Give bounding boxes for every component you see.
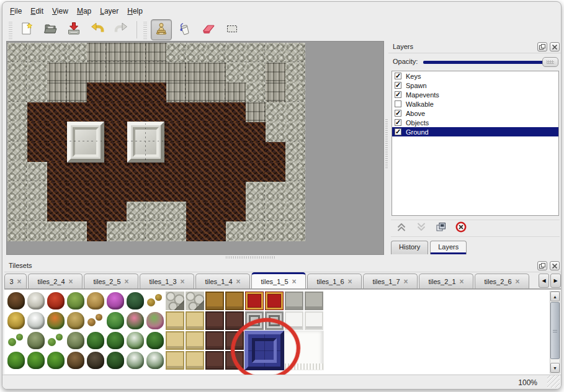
map-tile-floor[interactable]: [47, 202, 67, 221]
map-tile-rock[interactable]: [285, 63, 305, 82]
map-tile-rock[interactable]: [7, 182, 27, 202]
map-tile-cliff[interactable]: [146, 63, 166, 82]
map-tile-floor[interactable]: [67, 202, 87, 221]
map-tile-rock[interactable]: [285, 122, 305, 142]
open-button[interactable]: [40, 19, 61, 40]
map-tile-floor[interactable]: [226, 182, 246, 202]
menu-view[interactable]: View: [51, 6, 74, 17]
tile-hay-mound[interactable]: [6, 311, 26, 331]
tab-scroll-right-button[interactable]: ▶: [550, 274, 561, 288]
map-tile-floor[interactable]: [107, 202, 127, 221]
map-tile-rock[interactable]: [27, 202, 47, 221]
layer-row-spawn[interactable]: ✓Spawn: [392, 81, 558, 90]
map-tile-rock[interactable]: [285, 221, 305, 241]
tile-red-flower-cluster[interactable]: [46, 291, 66, 311]
pillar-tile[interactable]: [127, 122, 164, 163]
map-tile-floor[interactable]: [67, 102, 87, 122]
map-tile-rock[interactable]: [27, 43, 47, 63]
map-tile-cliff[interactable]: [87, 63, 107, 82]
map-tile-rock[interactable]: [226, 221, 246, 241]
map-tile-cliff[interactable]: [246, 102, 266, 122]
map-tile-cliff[interactable]: [127, 43, 146, 63]
map-tile-cliff[interactable]: [47, 82, 67, 102]
map-tile-floor[interactable]: [27, 122, 47, 142]
tileset-tab-tiles_1_7[interactable]: tiles_1_7×: [363, 274, 418, 288]
tile-wood-top[interactable]: [225, 291, 244, 311]
map-tile-floor[interactable]: [146, 182, 166, 202]
tile-white-tile[interactable]: [304, 311, 324, 331]
map-tile-floor[interactable]: [186, 142, 206, 162]
map-tile-rock[interactable]: [27, 82, 47, 102]
map-tile-cliff[interactable]: [107, 63, 127, 82]
tab-close-icon[interactable]: ×: [181, 278, 185, 285]
map-tile-floor[interactable]: [186, 221, 206, 241]
tileset-tab-tiles_2_6[interactable]: tiles_2_6×: [475, 274, 529, 288]
opacity-slider[interactable]: [423, 56, 558, 68]
scroll-down-button[interactable]: ▼: [550, 363, 560, 373]
tile-orange-flowers[interactable]: [46, 311, 66, 331]
map-tile-rock[interactable]: [27, 63, 47, 82]
tileset-tab-tiles_2_5[interactable]: tiles_2_5×: [84, 274, 138, 288]
map-tile-rock[interactable]: [7, 122, 27, 142]
map-tile-cliff[interactable]: [206, 82, 226, 102]
tile-dark-green-tree[interactable]: [105, 350, 125, 370]
tile-dark-furniture[interactable]: [225, 350, 244, 370]
map-tile-rock[interactable]: [166, 202, 186, 221]
map-tile-floor[interactable]: [87, 202, 107, 221]
menu-edit[interactable]: Edit: [29, 6, 50, 17]
tile-pink-flowers[interactable]: [125, 311, 145, 331]
map-tile-rock[interactable]: [27, 221, 47, 241]
map-tile-floor[interactable]: [107, 142, 127, 162]
tile-silver-frame[interactable]: [244, 311, 264, 331]
layer-visibility-checkbox[interactable]: ✓: [395, 110, 401, 117]
tile-dark-furniture[interactable]: [205, 350, 225, 370]
scroll-up-button[interactable]: ▲: [550, 292, 560, 301]
map-tile-floor[interactable]: [206, 102, 226, 122]
map-tile-floor[interactable]: [226, 162, 246, 182]
float-panel-button[interactable]: [537, 42, 547, 51]
toolbar-grip-2[interactable]: [143, 20, 147, 39]
opacity-slider-track[interactable]: [423, 61, 558, 64]
tileset-tab-tiles_1_3[interactable]: tiles_1_3×: [140, 274, 194, 288]
map-tile-rock[interactable]: [285, 102, 305, 122]
map-tile-rock[interactable]: [166, 43, 186, 63]
menu-file[interactable]: File: [9, 6, 28, 17]
map-tile-floor[interactable]: [67, 182, 87, 202]
close-panel-button[interactable]: [550, 261, 560, 270]
map-tile-rock[interactable]: [226, 63, 246, 82]
tile-dark-furniture[interactable]: [225, 311, 244, 331]
float-panel-button[interactable]: [537, 261, 547, 270]
map-tile-rock[interactable]: [7, 142, 27, 162]
map-tile-rock[interactable]: [127, 202, 146, 221]
map-tile-rock[interactable]: [7, 43, 27, 63]
tile-sprouts[interactable]: [6, 331, 26, 350]
map-tile-rock[interactable]: [206, 43, 226, 63]
map-tile-rock[interactable]: [246, 63, 266, 82]
map-tile-floor[interactable]: [27, 102, 47, 122]
save-button[interactable]: [63, 19, 84, 40]
map-tile-rock[interactable]: [285, 162, 305, 182]
toolbar-grip[interactable]: [9, 20, 12, 39]
map-tile-rock[interactable]: [166, 221, 186, 241]
tile-bush-tree[interactable]: [46, 350, 66, 370]
map-tile-floor[interactable]: [87, 182, 107, 202]
tab-close-icon[interactable]: ×: [69, 278, 73, 285]
map-tile-floor[interactable]: [87, 162, 107, 182]
map-tile-floor[interactable]: [146, 162, 166, 182]
tileset-grid[interactable]: [6, 291, 324, 370]
tile-selected-blue-tile[interactable]: [244, 331, 284, 370]
tab-close-icon[interactable]: ×: [404, 278, 408, 285]
map-tile-floor[interactable]: [107, 102, 127, 122]
map-tile-cliff[interactable]: [166, 82, 186, 102]
map-tile-floor[interactable]: [266, 142, 285, 162]
map-tile-cliff[interactable]: [127, 63, 146, 82]
map-tile-rock[interactable]: [246, 221, 266, 241]
tab-close-icon[interactable]: ×: [236, 278, 241, 285]
map-tile-floor[interactable]: [246, 162, 266, 182]
map-tile-rock[interactable]: [7, 82, 27, 102]
map-tile-cliff[interactable]: [107, 43, 127, 63]
tileset-tab-tiles_1_6[interactable]: tiles_1_6×: [307, 274, 362, 288]
map-tile-floor[interactable]: [107, 162, 127, 182]
tile-twisted-dead-tree[interactable]: [66, 350, 86, 370]
map-tile-rock[interactable]: [47, 221, 67, 241]
